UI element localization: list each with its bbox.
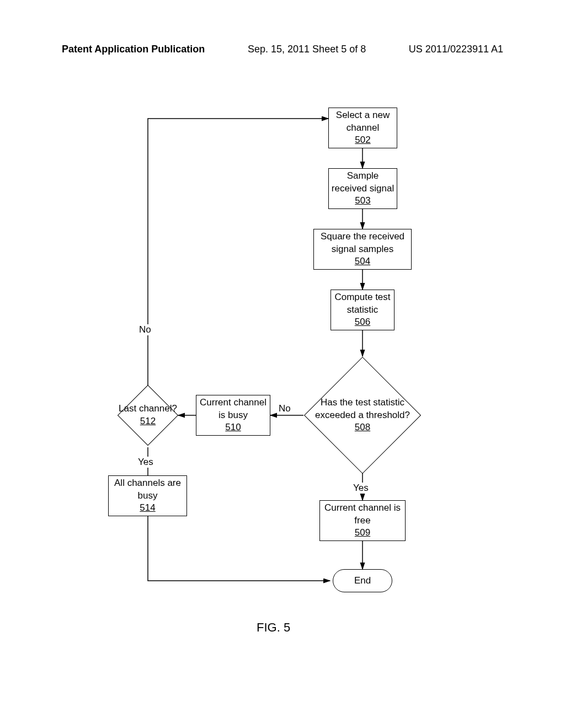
label-yes-512: Yes [138,457,153,468]
flowchart-diagram: Select a new channel 502 Sample received… [99,97,486,648]
node-510: Current channel is busy 510 [196,395,270,436]
node-509: Current channel is free 509 [319,500,406,541]
node-514: All channels are busy 514 [108,475,187,516]
node-text: Select a new channel [329,109,397,135]
node-ref: 512 [140,415,156,428]
node-text: Compute test statistic [331,291,394,317]
node-ref: 506 [355,316,370,329]
node-ref: 509 [355,527,370,539]
node-ref: 510 [225,421,241,434]
node-text: Last channel? [119,403,177,415]
node-502: Select a new channel 502 [328,108,397,148]
node-ref: 504 [355,255,370,268]
node-ref: 503 [355,195,370,207]
header-left: Patent Application Publication [62,44,205,55]
node-text: Square the received signal samples [314,231,411,256]
label-no-512: No [139,324,151,335]
node-ref: 508 [355,421,370,434]
page-header: Patent Application Publication Sep. 15, … [62,44,503,55]
node-text: All channels are busy [109,477,186,502]
node-503: Sample received signal 503 [328,168,397,209]
node-text: Sample received signal [329,170,397,195]
label-no-508: No [279,403,291,414]
flowchart-connectors [99,97,486,648]
node-ref: 502 [355,134,370,147]
node-512: Last channel? 512 [126,394,169,437]
node-504: Square the received signal samples 504 [313,229,412,270]
node-end: End [333,569,392,592]
label-yes-508: Yes [353,483,369,494]
node-508: Has the test statistic exceeded a thresh… [321,374,404,457]
node-506: Compute test statistic 506 [331,290,395,330]
node-text: Current channel is free [320,502,405,527]
node-ref: 514 [140,502,155,515]
header-right: US 2011/0223911 A1 [409,44,503,55]
node-text: End [354,575,371,586]
figure-label: FIG. 5 [257,620,290,635]
node-text: Current channel is busy [196,397,270,422]
header-center: Sep. 15, 2011 Sheet 5 of 8 [248,44,366,55]
node-text: Has the test statistic exceeded a thresh… [305,397,420,422]
